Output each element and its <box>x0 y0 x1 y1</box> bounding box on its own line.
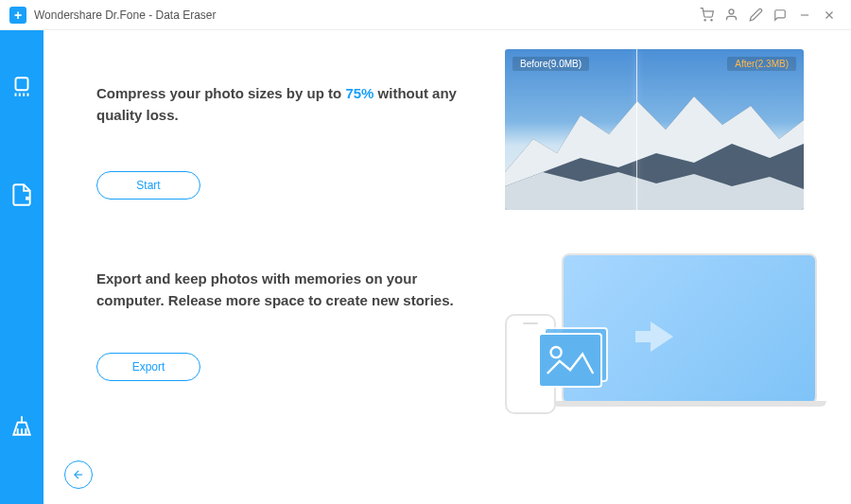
comparison-divider <box>636 49 637 210</box>
minimize-button[interactable] <box>792 3 817 27</box>
compress-heading: Compress your photo sizes by up to 75% w… <box>96 83 471 126</box>
compress-preview-image: Before(9.0MB) After(2.3MB) <box>505 49 804 210</box>
feedback-icon[interactable] <box>768 3 792 27</box>
edit-icon[interactable] <box>743 3 768 27</box>
svg-point-14 <box>551 347 562 357</box>
sidebar <box>0 30 43 504</box>
app-logo: + <box>9 7 26 24</box>
export-button[interactable]: Export <box>96 353 200 381</box>
export-illustration <box>505 248 817 414</box>
start-button[interactable]: Start <box>96 171 200 200</box>
account-icon[interactable] <box>719 3 743 27</box>
close-button[interactable] <box>817 3 842 27</box>
cart-icon[interactable] <box>694 3 719 27</box>
svg-point-1 <box>710 20 711 21</box>
svg-point-0 <box>704 20 705 21</box>
window-title: Wondershare Dr.Fone - Data Eraser <box>34 9 217 22</box>
sidebar-item-document[interactable] <box>9 182 35 208</box>
photos-icon <box>538 333 602 388</box>
sidebar-item-broom[interactable] <box>9 413 35 440</box>
svg-rect-6 <box>16 78 28 90</box>
export-heading: Export and keep photos with memories on … <box>96 269 471 311</box>
after-badge: After(2.3MB) <box>727 57 796 71</box>
sidebar-item-eraser[interactable] <box>9 74 35 100</box>
arrow-icon <box>651 322 673 352</box>
svg-point-2 <box>729 9 734 14</box>
back-button[interactable] <box>64 461 93 489</box>
main-content: Compress your photo sizes by up to 75% w… <box>43 30 851 504</box>
before-badge: Before(9.0MB) <box>512 57 589 71</box>
